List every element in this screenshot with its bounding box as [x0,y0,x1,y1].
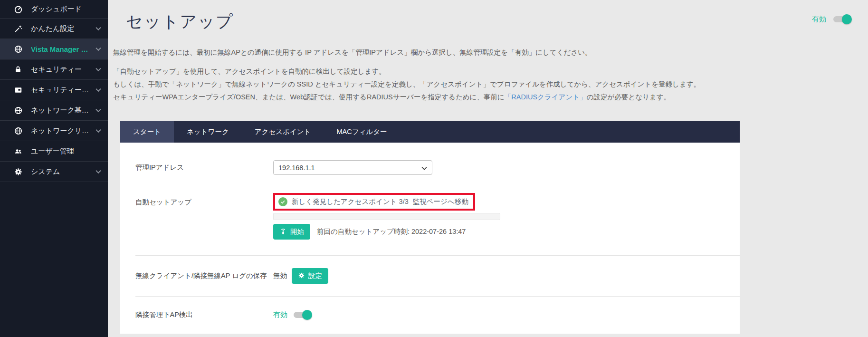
sidebar-item-label: ネットワークサービス [31,126,93,135]
page-description: 無線管理を開始するには、最初に無線APとの通信に使用する IP アドレスを「管理… [113,46,854,104]
setup-card: スタート ネットワーク アクセスポイント MACフィルター 管理IPアドレス 1… [120,121,740,334]
sidebar-item-network-basic[interactable]: ネットワーク基本設定 [0,100,108,121]
select-chevron-icon [421,164,427,172]
sidebar-item-vista-manager-mini[interactable]: Vista Manager mini [0,39,108,59]
auto-setup-label: 自動セットアップ [135,193,273,240]
chevron-down-icon [95,107,101,112]
main-content: セットアップ 有効 無線管理を開始するには、最初に無線APとの通信に使用する I… [108,0,868,337]
chevron-down-icon [95,25,101,30]
discovered-ap-text: 新しく発見したアクセスポイント 3/3 [292,197,409,206]
description-line: セキュリティーWPAエンタープライズ/OSEN、または、Web認証では、使用する… [113,91,854,104]
radius-client-link[interactable]: 「RADIUSクライアント」 [505,93,587,101]
chevron-down-icon [95,66,101,71]
sidebar-item-label: ユーザー管理 [31,147,74,156]
description-text: セキュリティーWPAエンタープライズ/OSEN、または、Web認証では、使用する… [113,93,505,101]
antenna-icon [279,227,287,237]
sidebar-item-dashboard[interactable]: ダッシュボード [0,0,108,19]
tab-mac-filter[interactable]: MACフィルター [324,121,400,143]
sidebar-item-label: Vista Manager mini [31,45,93,53]
lock-icon [13,65,23,74]
globe-icon [13,106,23,115]
sidebar-item-easy-setup[interactable]: かんたん設定 [0,19,108,39]
log-save-value: 無効 設定 [273,268,328,284]
sidebar-item-label: かんたん設定 [31,24,74,33]
auto-setup-row: 自動セットアップ 新しく発見したアクセスポイント 3/3 監視ページへ移動 [135,193,740,240]
chevron-down-icon [95,87,101,92]
start-button-label: 開始 [290,227,304,236]
sidebar: ダッシュボード かんたん設定 Vista Manager mini セキュリティ… [0,0,108,337]
toggle-knob [302,310,312,320]
sidebar-item-label: セキュリティー [31,65,82,74]
management-ip-label: 管理IPアドレス [135,163,273,172]
last-run-info: 前回の自動セットアップ時刻: 2022-07-26 13:47 [317,227,466,236]
auto-setup-content: 新しく発見したアクセスポイント 3/3 監視ページへ移動 開始 前回の自動セット… [273,193,500,240]
sidebar-item-security[interactable]: セキュリティー [0,59,108,80]
sidebar-item-label: ダッシュボード [31,5,82,14]
sidebar-item-security-license[interactable]: セキュリティーライセ... [0,80,108,100]
sidebar-item-label: システム [31,167,60,176]
tab-bar: スタート ネットワーク アクセスポイント MACフィルター [120,121,740,143]
chevron-down-icon [95,127,101,133]
description-line: 無線管理を開始するには、最初に無線APとの通信に使用する IP アドレスを「管理… [113,46,854,59]
annotation-highlight: 新しく発見したアクセスポイント 3/3 監視ページへ移動 [273,193,475,211]
neighbor-ap-detect-label: 隣接管理下AP検出 [135,310,273,319]
start-button[interactable]: 開始 [273,224,310,240]
sidebar-item-label: ネットワーク基本設定 [31,106,93,115]
sidebar-item-user-management[interactable]: ユーザー管理 [0,141,108,162]
wireless-management-toggle[interactable] [833,16,850,22]
log-save-row: 無線クライアント/隣接無線AP ログの保存 無効 設定 [135,256,740,296]
toggle-knob [842,14,852,24]
wireless-management-enable: 有効 [812,15,850,24]
management-ip-row: 管理IPアドレス 192.168.1.1 [135,160,740,175]
users-icon [13,146,23,156]
monitor-page-link[interactable]: 監視ページへ移動 [413,197,468,206]
sidebar-item-label: セキュリティーライセ... [31,86,93,95]
page-title: セットアップ [126,10,234,33]
neighbor-ap-toggle[interactable] [294,312,311,318]
description-text: の設定が必要となります。 [587,93,670,101]
sidebar-item-system[interactable]: システム [0,162,108,182]
management-ip-select[interactable]: 192.168.1.1 [273,160,432,175]
start-row: 開始 前回の自動セットアップ時刻: 2022-07-26 13:47 [273,224,500,240]
globe-icon [13,126,23,135]
log-save-label: 無線クライアント/隣接無線AP ログの保存 [135,271,273,280]
description-line: 「自動セットアップ」を使用して、アクセスポイントを自動的に検出して設定します。 [113,65,854,78]
description-line: もしくは、手動で「ネットワーク」で無線ネットワークの SSID とセキュリティー… [113,78,854,91]
neighbor-ap-detect-value: 有効 [273,310,311,319]
last-run-label: 前回の自動セットアップ時刻: [317,228,410,235]
enable-label: 有効 [812,15,826,24]
gear-icon [298,272,305,280]
check-circle-icon [278,197,287,206]
sidebar-item-network-services[interactable]: ネットワークサービス [0,121,108,141]
auto-setup-progress-bar [273,213,500,220]
magic-wand-icon [13,24,23,33]
tab-network[interactable]: ネットワーク [174,121,242,143]
chevron-down-icon [95,46,101,51]
tab-panel-start: 管理IPアドレス 192.168.1.1 自動セットアップ 新しく発 [120,143,740,333]
log-save-status: 無効 [273,271,287,280]
license-card-icon [13,85,23,95]
log-settings-button[interactable]: 設定 [292,268,328,284]
neighbor-ap-detect-row: 隣接管理下AP検出 有効 [135,297,740,333]
chevron-down-icon [95,168,101,173]
settings-button-label: 設定 [308,271,322,280]
tab-start[interactable]: スタート [120,121,174,143]
last-run-value: 2022-07-26 13:47 [411,228,466,235]
management-ip-value: 192.168.1.1 [278,164,315,172]
gear-icon [13,167,23,176]
globe-icon [13,44,23,54]
neighbor-ap-status: 有効 [273,310,287,319]
tab-access-point[interactable]: アクセスポイント [242,121,324,143]
dashboard-icon [13,4,23,14]
